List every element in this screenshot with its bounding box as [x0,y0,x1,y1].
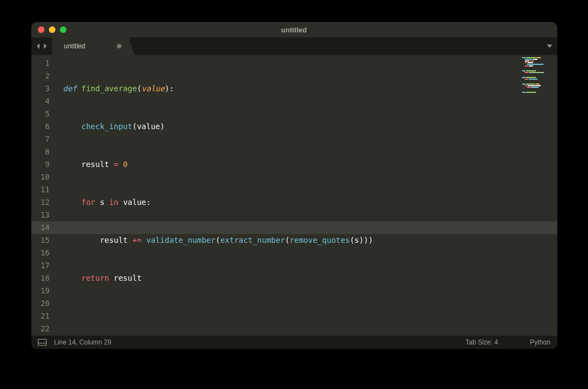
code-line[interactable] [63,310,519,323]
code-line[interactable]: result += validate_number(extract_number… [63,234,519,247]
line-number[interactable]: 8 [31,146,50,158]
line-number[interactable]: 14 [31,221,50,234]
line-number[interactable]: 10 [31,171,50,184]
tabbar: untitled [31,37,557,55]
editor-area[interactable]: 1 2 3 4 5 6 7 8 9 10 11 12 13 14 15 16 1… [31,55,557,336]
tab-menu-icon[interactable] [542,37,557,55]
code-line[interactable]: def find_average(value): [63,82,519,95]
line-number[interactable]: 12 [31,196,50,209]
status-tabsize[interactable]: Tab Size: 4 [466,338,498,346]
line-number[interactable]: 11 [31,184,50,196]
tab-dirty-indicator-icon [117,44,121,48]
line-number[interactable]: 1 [31,57,50,70]
minimap[interactable] [519,55,557,336]
line-number[interactable]: 19 [31,285,50,297]
line-number[interactable]: 17 [31,259,50,272]
panel-icon[interactable] [38,339,47,346]
code-line[interactable]: return result [63,272,519,285]
code-area[interactable]: def find_average(value): check_input(val… [57,55,519,336]
editor-window: untitled untitled 1 2 3 4 5 6 7 8 9 10 1… [31,22,557,349]
nav-arrows [31,37,52,55]
nav-back-icon[interactable] [36,41,41,52]
status-position[interactable]: Line 14, Column 29 [54,338,111,346]
line-number[interactable]: 16 [31,247,50,259]
line-number[interactable]: 22 [31,323,50,335]
nav-forward-icon[interactable] [42,41,48,52]
line-number[interactable]: 6 [31,120,50,133]
line-number[interactable]: 3 [31,82,50,95]
line-number[interactable]: 13 [31,209,50,221]
line-number[interactable]: 15 [31,234,50,247]
line-number[interactable]: 18 [31,272,50,285]
code-line[interactable]: result = 0 [63,158,519,171]
status-bar: Line 14, Column 29 Tab Size: 4 Python [31,336,557,349]
line-number[interactable]: 21 [31,310,50,323]
line-number[interactable]: 20 [31,297,50,310]
tab-untitled[interactable]: untitled [52,37,135,55]
code-line[interactable]: for s in value: [63,196,519,209]
svg-rect-0 [38,340,46,346]
code-line[interactable]: check_input(value) [63,120,519,133]
status-language[interactable]: Python [530,338,550,346]
line-number[interactable]: 4 [31,95,50,108]
line-gutter[interactable]: 1 2 3 4 5 6 7 8 9 10 11 12 13 14 15 16 1… [31,55,57,336]
line-number[interactable]: 7 [31,133,50,146]
tab-label: untitled [64,42,86,50]
line-number[interactable]: 2 [31,70,50,82]
line-number[interactable]: 9 [31,158,50,171]
window-title: untitled [31,26,557,34]
titlebar[interactable]: untitled [31,22,557,37]
line-number[interactable]: 5 [31,108,50,120]
